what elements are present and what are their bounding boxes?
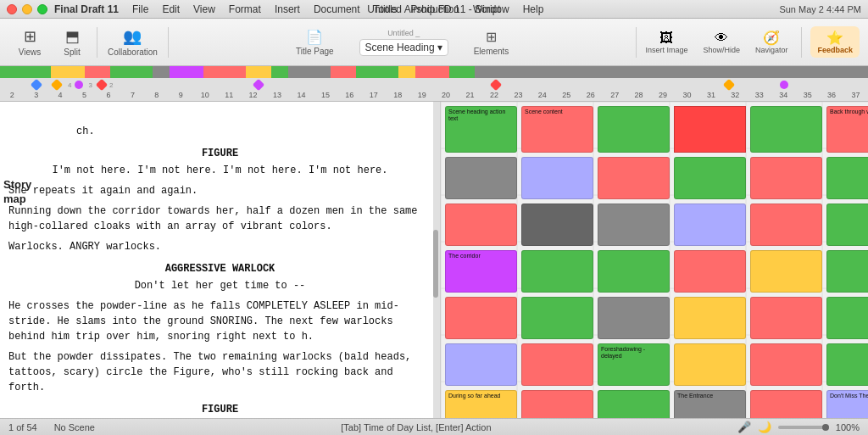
maximize-button[interactable] [37, 4, 47, 14]
script-action-3: Running down the corridor towards her, h… [8, 204, 431, 234]
storymap-card[interactable] [521, 157, 593, 199]
ruler-number: 28 [626, 92, 650, 99]
storymap-card[interactable]: The corridor [445, 250, 517, 293]
minimize-button[interactable] [22, 4, 32, 14]
storymap-card[interactable] [521, 250, 593, 293]
elements-button[interactable]: ⊞ Elements [474, 29, 509, 56]
storymap-card[interactable] [445, 204, 517, 246]
zoom-level: 100% [836, 422, 860, 432]
script-action-5: He crosses the powder-line as he falls C… [8, 298, 431, 344]
ruler-number: 7 [120, 92, 144, 99]
storymap-card[interactable] [445, 297, 517, 339]
menu-file[interactable]: File [132, 3, 148, 15]
navigator-button[interactable]: 🧭 Navigator [750, 26, 793, 58]
script-character-1: FIGURE [8, 146, 431, 161]
show-hide-button[interactable]: 👁 Show/Hide [698, 27, 745, 58]
storymap-card[interactable]: Scene content [521, 106, 593, 153]
ruler-number: 34 [771, 92, 795, 99]
toolbar: ⊞ Views ⬒ Split 👥 Collaboration 📄 Title … [0, 19, 868, 66]
feedback-button[interactable]: ⭐ Feedback [810, 26, 860, 58]
split-button[interactable]: ⬒ Split [51, 24, 93, 60]
storymap-card[interactable] [750, 106, 822, 153]
storymap-card[interactable] [521, 343, 593, 386]
script-dialog-2: Don't let her get time to -- [42, 278, 398, 293]
ruler-number: 9 [169, 92, 192, 99]
storymap-card[interactable]: The Entrance [674, 390, 746, 418]
title-page-button[interactable]: 📄 Title Page [296, 29, 334, 56]
ruler-number: 13 [265, 92, 289, 99]
ruler-number: 16 [337, 92, 361, 99]
split-label: Split [64, 47, 80, 57]
storymap-card[interactable] [750, 250, 822, 293]
feedback-label: Feedback [817, 46, 853, 54]
storymap-card[interactable]: During so far ahead [445, 390, 517, 418]
views-icon: ⊞ [24, 27, 36, 46]
views-label: Views [19, 47, 42, 57]
storymap-card[interactable] [674, 343, 746, 386]
storymap-card[interactable] [521, 390, 593, 418]
storymap-card[interactable] [750, 204, 822, 246]
ruler-number: 11 [217, 92, 241, 99]
ruler-number: 10 [193, 92, 217, 99]
storymap-card[interactable] [826, 204, 868, 246]
close-button[interactable] [7, 4, 17, 14]
storymap-card[interactable] [674, 204, 746, 246]
storymap-card[interactable] [674, 157, 746, 199]
storymap-card[interactable] [674, 297, 746, 339]
storymap-card[interactable] [598, 157, 670, 199]
navigator-icon: 🧭 [763, 30, 780, 46]
insert-image-button[interactable]: 🖼 Insert Image [640, 27, 693, 58]
storymap-card[interactable] [750, 157, 822, 199]
storymap-card[interactable] [750, 297, 822, 339]
storymap-card[interactable] [445, 343, 517, 386]
storymap-card[interactable] [521, 204, 593, 246]
storymap-card[interactable] [521, 297, 593, 339]
scene-heading-dropdown[interactable]: Scene Heading ▾ [359, 39, 448, 56]
ruler-number: 35 [795, 92, 819, 99]
zoom-thumb[interactable] [822, 424, 829, 431]
elements-label: Elements [474, 47, 509, 56]
ruler-number: 23 [506, 92, 530, 99]
menu-help[interactable]: Help [523, 3, 544, 15]
show-hide-icon: 👁 [715, 31, 728, 46]
page-info: 1 of 54 [8, 422, 37, 432]
storymap-card[interactable]: Scene heading action text [445, 106, 517, 153]
storymap-card[interactable] [826, 157, 868, 199]
zoom-control[interactable] [778, 426, 829, 429]
ruler-number: 24 [531, 92, 554, 99]
storymap-panel[interactable]: Scene heading action textScene contentBa… [441, 102, 868, 418]
views-button[interactable]: ⊞ Views [8, 24, 51, 60]
storymap-card[interactable] [750, 390, 822, 418]
toolbar-separator-3 [636, 27, 637, 58]
storymap-card[interactable] [445, 157, 517, 199]
storymap-card[interactable]: Don't Miss The [826, 390, 868, 418]
storymap-card[interactable] [750, 343, 822, 386]
storymap-card[interactable] [674, 250, 746, 293]
storymap-card[interactable] [826, 343, 868, 386]
scene-heading-selector[interactable]: Untitled _ Scene Heading ▾ [359, 29, 448, 56]
storymap-card[interactable] [598, 106, 670, 153]
elements-icon: ⊞ [486, 29, 497, 45]
storymap-card[interactable] [598, 390, 670, 418]
storymap-card[interactable]: Foreshadowing - delayed [598, 343, 670, 386]
storymap-card[interactable] [598, 204, 670, 246]
collaboration-button[interactable]: 👥 Collaboration [101, 24, 164, 60]
menu-insert[interactable]: Insert [275, 3, 300, 15]
menu-edit[interactable]: Edit [162, 3, 180, 15]
ruler-number: 3 [24, 92, 47, 99]
storymap-red-card[interactable] [674, 106, 746, 153]
storymap-card[interactable] [826, 297, 868, 339]
ruler-number: 26 [579, 92, 603, 99]
script-panel[interactable]: Storymap ch. FIGURE I'm not here. I'm no… [0, 102, 441, 418]
system-time: Sun May 2 4:44 PM [779, 4, 861, 14]
zoom-slider[interactable] [778, 426, 829, 429]
storymap-card[interactable] [598, 250, 670, 293]
storymap-card[interactable]: Back through winds [826, 106, 868, 153]
storymap-card[interactable] [826, 250, 868, 293]
app-name: Final Draft 11 [54, 3, 119, 15]
navigator-label: Navigator [755, 46, 788, 54]
menu-view[interactable]: View [193, 3, 215, 15]
menu-document[interactable]: Document [314, 3, 360, 15]
storymap-card[interactable] [598, 297, 670, 339]
menu-format[interactable]: Format [229, 3, 261, 15]
